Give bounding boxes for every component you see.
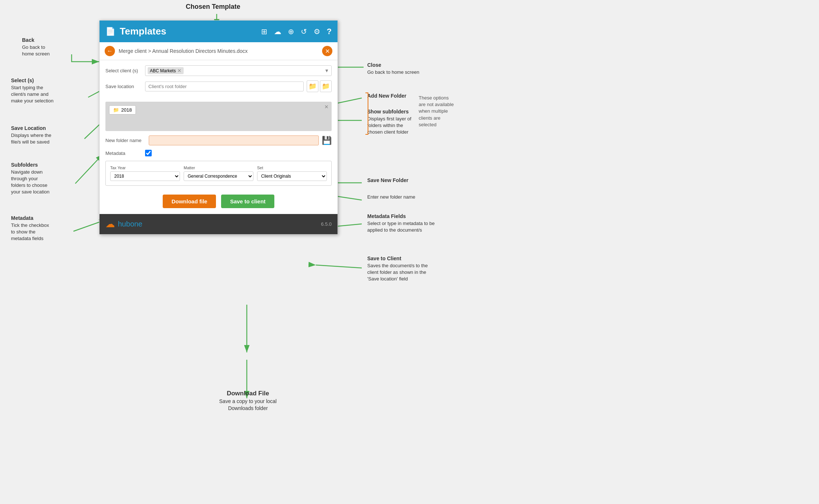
settings-icon[interactable]: ⚙	[314, 27, 320, 36]
new-folder-label: New folder name	[105, 138, 146, 143]
set-select[interactable]: Client Originals	[257, 171, 327, 181]
subfolder-panel-close[interactable]: ✕	[324, 104, 329, 110]
matter-select[interactable]: General Correspondence	[184, 171, 253, 181]
metadata-fields-row: Tax Year 2018 Matter General Corresponde…	[110, 166, 327, 181]
client-select-label: Select client (s)	[105, 68, 142, 73]
metadata-fields-box: Tax Year 2018 Matter General Corresponde…	[105, 161, 332, 186]
annotation-metadata-fields: Metadata Fields Select or type in metada…	[367, 213, 435, 233]
set-label: Set	[257, 166, 327, 170]
subfolder-panel: 📁 2018 ✕	[105, 102, 332, 131]
tax-year-field: Tax Year 2018	[110, 166, 180, 181]
action-buttons: Download file Save to client	[100, 191, 338, 214]
dropdown-arrow-icon[interactable]: ▼	[324, 68, 329, 73]
annotation-save-location: Save Location Displays where the file/s …	[11, 125, 51, 145]
templates-doc-icon: 📄	[105, 27, 115, 36]
annotation-back: Back Go back to home screen	[22, 37, 50, 57]
footer-logo-text: hubone	[118, 220, 142, 228]
show-subfolders-button[interactable]: 📁	[307, 80, 318, 92]
close-button[interactable]: ✕	[322, 46, 332, 56]
folder-action-icons: 📁 📁	[307, 80, 332, 92]
save-location-row: Save location 📁 📁	[105, 80, 332, 92]
svg-line-5	[75, 154, 103, 184]
annotation-enter-folder: Enter new folder name	[367, 194, 415, 200]
hubone-cloud-icon: ☁	[105, 218, 115, 230]
add-new-folder-button[interactable]: 📁	[320, 80, 332, 92]
network-icon[interactable]: ⊕	[288, 27, 294, 36]
help-icon[interactable]: ?	[327, 27, 332, 36]
tax-year-label: Tax Year	[110, 166, 180, 170]
svg-line-13	[316, 265, 362, 268]
refresh-icon[interactable]: ↺	[301, 27, 307, 36]
annotation-save-folder: Save New Folder	[367, 177, 408, 184]
client-tag-text: ABC Markets	[150, 68, 176, 73]
one-text: one	[130, 220, 142, 228]
metadata-row: Metadata	[100, 150, 338, 161]
dialog-footer: ☁ hubone 6.5.0	[100, 214, 338, 234]
orange-bracket	[365, 93, 368, 135]
tax-year-select[interactable]: 2018	[110, 171, 180, 181]
header-icon-group: ⊞ ☁ ⊕ ↺ ⚙ ?	[261, 27, 332, 36]
annotation-download-file: Download File Save a copy to your local …	[200, 389, 296, 412]
annotation-metadata: Metadata Tick the checkbox to show the m…	[11, 215, 49, 242]
new-folder-input[interactable]	[149, 135, 319, 145]
save-to-client-button[interactable]: Save to client	[221, 195, 274, 208]
set-field: Set Client Originals	[257, 166, 327, 181]
annotation-save-to-client: Save to Client Saves the document/s to t…	[367, 255, 428, 282]
metadata-label: Metadata	[105, 151, 142, 156]
matter-field: Matter General Correspondence	[184, 166, 253, 181]
client-tag: ABC Markets ✕	[148, 67, 184, 74]
version-label: 6.5.0	[321, 221, 332, 227]
footer-logo: ☁ hubone	[105, 218, 142, 230]
dialog-title: Templates	[120, 26, 257, 37]
chosen-template-label: Chosen Template	[176, 3, 250, 11]
save-location-input[interactable]	[145, 81, 304, 91]
save-folder-button[interactable]: 💾	[322, 136, 332, 145]
annotation-subfolders: Subfolders Navigate down through your fo…	[11, 162, 50, 195]
client-tag-remove[interactable]: ✕	[177, 68, 181, 73]
metadata-checkbox[interactable]	[145, 150, 152, 156]
merge-icon[interactable]: ⊞	[261, 27, 267, 36]
download-file-button[interactable]: Download file	[163, 195, 216, 208]
annotation-select: Select (s) Start typing the client/s nam…	[11, 77, 54, 104]
client-select-row: Select client (s) ABC Markets ✕ ▼	[105, 65, 332, 76]
hub-text: hub	[118, 220, 130, 228]
annotation-add-folder: Add New Folder	[367, 93, 407, 100]
annotation-close: Close Go back to home screen	[367, 62, 419, 76]
folder-icon: 📁	[113, 107, 119, 113]
new-folder-row: New folder name 💾	[100, 135, 338, 150]
main-dialog: 📄 Templates ⊞ ☁ ⊕ ↺ ⚙ ? ← Merge client >…	[99, 20, 338, 235]
save-location-label: Save location	[105, 84, 142, 89]
cloud-icon[interactable]: ☁	[274, 27, 281, 36]
form-area: Select client (s) ABC Markets ✕ ▼ Save l…	[100, 60, 338, 102]
back-button[interactable]: ←	[105, 46, 115, 56]
client-select-input[interactable]: ABC Markets ✕ ▼	[145, 65, 332, 76]
breadcrumb-text: Merge client > Annual Resolution Directo…	[119, 48, 318, 54]
dialog-header: 📄 Templates ⊞ ☁ ⊕ ↺ ⚙ ?	[100, 21, 338, 42]
annotation-not-available: These options are not available when mul…	[419, 95, 454, 128]
matter-label: Matter	[184, 166, 253, 170]
subfolder-item[interactable]: 📁 2018	[109, 105, 136, 115]
breadcrumb-row: ← Merge client > Annual Resolution Direc…	[100, 42, 338, 60]
subfolder-item-label: 2018	[121, 107, 132, 113]
annotation-show-subfolders: Show subfolders Displays first layer of …	[367, 108, 411, 135]
